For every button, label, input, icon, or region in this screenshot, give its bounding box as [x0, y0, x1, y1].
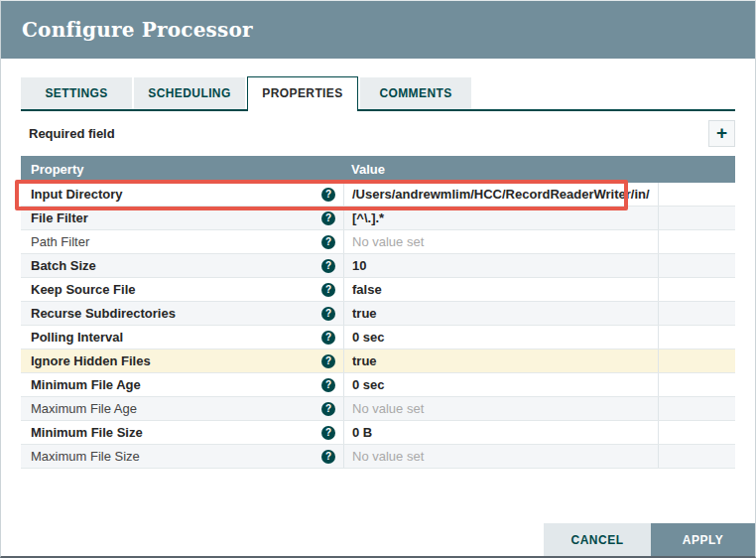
property-name: File Filter: [31, 210, 88, 225]
tab-settings[interactable]: SETTINGS: [21, 77, 132, 109]
help-icon[interactable]: ?: [321, 331, 335, 345]
value-cell[interactable]: No value set: [343, 230, 658, 253]
help-icon[interactable]: ?: [321, 235, 335, 249]
property-cell: Maximum File Size ?: [21, 445, 343, 468]
tab-comments[interactable]: COMMENTS: [360, 77, 471, 109]
value-cell[interactable]: No value set: [343, 397, 658, 420]
property-name: Polling Interval: [31, 330, 123, 345]
property-name: Batch Size: [31, 258, 96, 273]
row-extra-cell: [658, 373, 735, 396]
required-field-label: Required field: [21, 126, 115, 141]
properties-table: Property Value Input Directory ? /Users/…: [21, 156, 735, 469]
property-name: Minimum File Size: [31, 425, 143, 440]
property-name: Path Filter: [31, 234, 89, 249]
configure-processor-dialog: Configure Processor SETTINGS SCHEDULING …: [0, 0, 756, 558]
property-value: [^\.].*: [352, 210, 384, 225]
help-icon[interactable]: ?: [321, 450, 335, 464]
help-icon[interactable]: ?: [321, 307, 335, 321]
property-cell: Recurse Subdirectories ?: [21, 302, 343, 325]
property-name: Maximum File Age: [31, 401, 137, 416]
help-icon[interactable]: ?: [321, 188, 335, 202]
table-row[interactable]: Keep Source File ? false: [21, 278, 735, 302]
help-icon[interactable]: ?: [321, 211, 335, 225]
table-row[interactable]: Polling Interval ? 0 sec: [21, 326, 735, 349]
property-value: false: [352, 282, 382, 297]
property-cell: Ignore Hidden Files ?: [21, 349, 343, 372]
table-row[interactable]: Minimum File Size ? 0 B: [21, 421, 735, 445]
property-value: 0 sec: [352, 330, 385, 345]
plus-icon: +: [716, 123, 727, 142]
row-extra-cell: [658, 207, 735, 229]
row-extra-cell: [658, 349, 735, 372]
property-name: Keep Source File: [31, 282, 135, 297]
value-cell[interactable]: 0 sec: [343, 326, 658, 349]
property-name: Maximum File Size: [31, 449, 140, 464]
property-value: /Users/andrewmlim/HCC/RecordReaderWriter…: [352, 187, 650, 202]
column-header-value: Value: [343, 162, 658, 177]
property-value: No value set: [352, 234, 424, 249]
help-icon[interactable]: ?: [321, 426, 335, 440]
table-row[interactable]: Input Directory ? /Users/andrewmlim/HCC/…: [21, 183, 735, 207]
value-cell[interactable]: false: [343, 278, 658, 301]
table-row[interactable]: Recurse Subdirectories ? true: [21, 302, 735, 326]
row-extra-cell: [658, 183, 735, 206]
property-cell: Maximum File Age ?: [21, 397, 343, 420]
table-row[interactable]: File Filter ? [^\.].*: [21, 207, 735, 230]
add-property-button[interactable]: +: [708, 120, 735, 147]
table-row[interactable]: Path Filter ? No value set: [21, 230, 735, 254]
help-icon[interactable]: ?: [321, 259, 335, 273]
property-cell: Path Filter ?: [21, 230, 343, 253]
dialog-content: SETTINGS SCHEDULING PROPERTIES COMMENTS …: [1, 76, 755, 469]
row-extra-cell: [658, 278, 735, 301]
value-cell[interactable]: 0 B: [343, 421, 658, 444]
value-cell[interactable]: /Users/andrewmlim/HCC/RecordReaderWriter…: [343, 183, 658, 206]
property-cell: Minimum File Age ?: [21, 373, 343, 396]
value-cell[interactable]: true: [343, 349, 658, 372]
help-icon[interactable]: ?: [321, 354, 335, 368]
table-header-row: Property Value: [21, 156, 735, 183]
help-icon[interactable]: ?: [321, 283, 335, 297]
row-extra-cell: [658, 230, 735, 253]
value-cell[interactable]: true: [343, 302, 658, 325]
apply-button[interactable]: APPLY: [651, 523, 755, 556]
property-value: 0 B: [352, 425, 372, 440]
property-value: true: [352, 353, 377, 368]
property-cell: Batch Size ?: [21, 254, 343, 277]
value-cell[interactable]: [^\.].*: [343, 207, 658, 229]
table-row[interactable]: Maximum File Size ? No value set: [21, 445, 735, 469]
row-extra-cell: [658, 254, 735, 277]
properties-toolbar: Required field +: [21, 120, 735, 147]
property-name: Input Directory: [31, 187, 122, 202]
value-cell[interactable]: No value set: [343, 445, 658, 468]
tab-scheduling[interactable]: SCHEDULING: [134, 77, 245, 109]
row-extra-cell: [658, 302, 735, 325]
property-name: Recurse Subdirectories: [31, 306, 176, 321]
property-cell: File Filter ?: [21, 207, 343, 229]
table-body: Input Directory ? /Users/andrewmlim/HCC/…: [21, 183, 735, 469]
table-row[interactable]: Batch Size ? 10: [21, 254, 735, 278]
property-value: true: [352, 306, 377, 321]
property-value: 10: [352, 258, 366, 273]
dialog-footer: CANCEL APPLY: [544, 523, 755, 556]
value-cell[interactable]: 10: [343, 254, 658, 277]
dialog-header: Configure Processor: [1, 1, 755, 59]
table-row[interactable]: Minimum File Age ? 0 sec: [21, 373, 735, 397]
tab-properties[interactable]: PROPERTIES: [247, 76, 358, 111]
row-extra-cell: [658, 326, 735, 349]
property-name: Minimum File Age: [31, 377, 141, 392]
value-cell[interactable]: 0 sec: [343, 373, 658, 396]
row-extra-cell: [658, 421, 735, 444]
dialog-title: Configure Processor: [22, 18, 253, 42]
column-header-property: Property: [21, 162, 343, 177]
property-cell: Minimum File Size ?: [21, 421, 343, 444]
help-icon[interactable]: ?: [321, 378, 335, 392]
property-cell: Keep Source File ?: [21, 278, 343, 301]
help-icon[interactable]: ?: [321, 402, 335, 416]
table-row[interactable]: Maximum File Age ? No value set: [21, 397, 735, 421]
cancel-button[interactable]: CANCEL: [544, 523, 651, 556]
property-value: 0 sec: [352, 377, 385, 392]
property-name: Ignore Hidden Files: [31, 353, 151, 368]
table-row[interactable]: Ignore Hidden Files ? true: [21, 349, 735, 373]
property-value: No value set: [352, 401, 424, 416]
property-cell: Polling Interval ?: [21, 326, 343, 349]
